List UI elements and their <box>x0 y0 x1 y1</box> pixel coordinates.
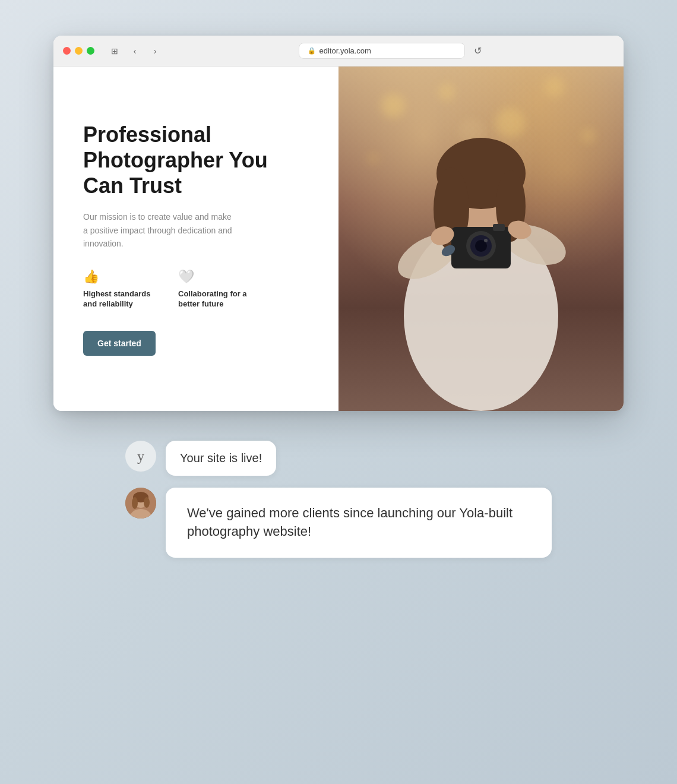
svg-rect-12 <box>493 224 505 231</box>
browser-controls: ⊞ ‹ › <box>106 45 163 58</box>
chat-bubble-1: Your site is live! <box>166 441 276 476</box>
browser-window: ⊞ ‹ › 🔒 editor.yola.com ↺ Professional P… <box>53 36 624 411</box>
address-bar[interactable]: 🔒 editor.yola.com <box>299 43 465 59</box>
close-button[interactable] <box>63 47 71 55</box>
chat-section: y Your site is live! We've gained more c… <box>78 411 599 593</box>
heart-icon: 🤍 <box>178 269 249 284</box>
feature-item-1: 👍 Highest standards and reliability <box>83 269 154 309</box>
feature-2-label: Collaborating for a better future <box>178 289 249 309</box>
address-bar-container: 🔒 editor.yola.com ↺ <box>170 43 614 59</box>
thumbs-up-icon: 👍 <box>83 269 154 284</box>
chat-row-2: We've gained more clients since launchin… <box>125 488 552 558</box>
get-started-button[interactable]: Get started <box>83 331 156 356</box>
website-content: Professional Photographer You Can Trust … <box>53 67 624 411</box>
yola-avatar: y <box>125 441 156 472</box>
svg-point-11 <box>484 239 488 242</box>
lock-icon: 🔒 <box>308 47 316 55</box>
svg-point-20 <box>132 497 138 509</box>
hero-title: Professional Photographer You Can Trust <box>83 122 309 199</box>
chat-row-1: y Your site is live! <box>125 441 552 476</box>
url-text: editor.yola.com <box>319 46 371 55</box>
feature-items: 👍 Highest standards and reliability 🤍 Co… <box>83 269 309 309</box>
photographer-svg <box>338 67 624 411</box>
website-left-panel: Professional Photographer You Can Trust … <box>53 67 338 411</box>
user-avatar-photo <box>125 488 156 519</box>
forward-button[interactable]: › <box>147 45 163 58</box>
traffic-lights <box>63 47 94 55</box>
website-hero-image <box>338 67 624 411</box>
minimize-button[interactable] <box>75 47 83 55</box>
sidebar-toggle-button[interactable]: ⊞ <box>106 45 123 58</box>
chat-bubble-2: We've gained more clients since launchin… <box>166 488 552 558</box>
feature-item-2: 🤍 Collaborating for a better future <box>178 269 249 309</box>
svg-point-21 <box>144 497 150 508</box>
browser-chrome: ⊞ ‹ › 🔒 editor.yola.com ↺ <box>53 36 624 67</box>
user-avatar-svg <box>125 488 156 519</box>
reload-button[interactable]: ↺ <box>470 45 486 58</box>
maximize-button[interactable] <box>87 47 94 55</box>
photographer-photo <box>338 67 624 411</box>
back-button[interactable]: ‹ <box>126 45 143 58</box>
feature-1-label: Highest standards and reliability <box>83 289 154 309</box>
hero-description: Our mission is to create value and make … <box>83 210 238 250</box>
